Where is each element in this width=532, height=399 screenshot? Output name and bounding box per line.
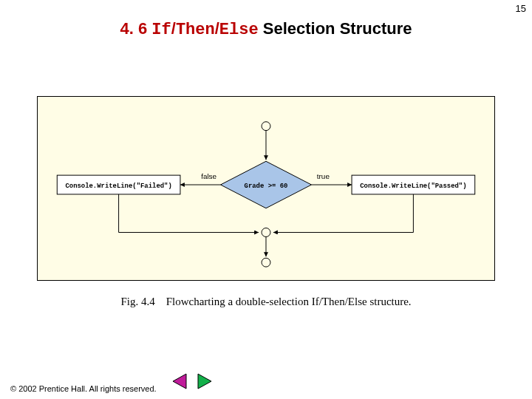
kw-else: Else xyxy=(219,21,259,39)
figure-text: Flowcharting a double-selection If/Then/… xyxy=(166,296,412,307)
slide-title: 4. 6 If/Then/Else Selection Structure xyxy=(0,19,532,39)
label-true: true xyxy=(317,172,330,180)
decision-text: Grade >= 60 xyxy=(245,183,288,190)
kw-if: If xyxy=(151,21,171,39)
section-number: 4. 6 xyxy=(120,19,152,38)
exit-connector xyxy=(262,258,270,267)
kw-then: Then xyxy=(176,21,215,39)
entry-connector xyxy=(262,122,270,131)
nav-next-icon[interactable] xyxy=(198,374,211,389)
merge-connector xyxy=(262,228,270,237)
figure-caption: Fig. 4.4 Flowcharting a double-selection… xyxy=(0,296,532,308)
flowchart-canvas: Grade >= 60 false true Console.WriteLine… xyxy=(37,96,495,281)
copyright-notice: © 2002 Prentice Hall. All rights reserve… xyxy=(10,384,157,393)
left-action-text: Console.WriteLine("Failed") xyxy=(65,183,171,190)
page-number: 15 xyxy=(516,3,526,14)
slide-nav xyxy=(170,371,214,395)
title-rest: Selection Structure xyxy=(259,19,412,38)
right-action-text: Console.WriteLine("Passed") xyxy=(360,183,466,190)
flow-left-merge xyxy=(119,194,259,233)
flow-right-merge xyxy=(273,194,413,233)
nav-prev-icon[interactable] xyxy=(173,374,186,389)
figure-label: Fig. 4.4 xyxy=(120,296,154,307)
label-false: false xyxy=(201,172,216,180)
